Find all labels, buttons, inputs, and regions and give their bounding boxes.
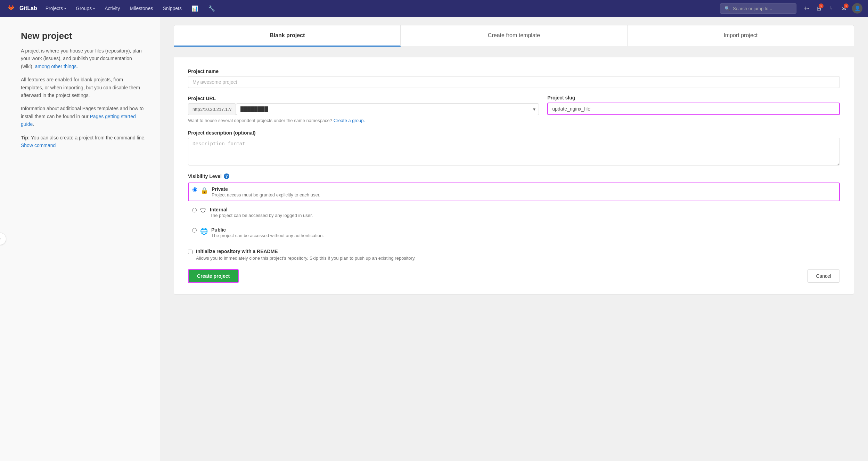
create-project-button[interactable]: Create project <box>188 269 239 283</box>
search-bar[interactable]: 🔍 Search or jump to... <box>720 3 796 14</box>
among-other-things-link[interactable]: among other things <box>35 64 76 69</box>
tab-blank-project[interactable]: Blank project <box>174 25 401 47</box>
visibility-public-radio[interactable] <box>192 228 197 233</box>
project-slug-input[interactable] <box>547 103 840 115</box>
nav-wrench-icon[interactable]: 🔧 <box>204 3 219 14</box>
main-layout: ‹ New project A project is where you hou… <box>0 17 868 461</box>
internal-description: The project can be accessed by any logge… <box>210 213 313 218</box>
globe-icon: 🌐 <box>200 227 208 235</box>
private-description: Project access must be granted explicitl… <box>212 192 320 197</box>
visibility-internal-option[interactable]: 🛡 Internal The project can be accessed b… <box>188 203 840 221</box>
public-label: Public <box>211 227 324 233</box>
init-repo-row: Initialize repository with a README Allo… <box>188 249 840 261</box>
cancel-button[interactable]: Cancel <box>807 269 840 283</box>
init-repo-checkbox[interactable] <box>188 250 193 254</box>
namespace-select[interactable]: ████████ <box>236 103 539 115</box>
nav-groups[interactable]: Groups ▾ <box>72 3 99 13</box>
description-label: Project description (optional) <box>188 130 840 136</box>
nav-milestones[interactable]: Milestones <box>126 3 157 13</box>
visibility-public-option[interactable]: 🌐 Public The project can be accessed wit… <box>188 224 840 242</box>
gitlab-wordmark: GitLab <box>19 5 37 11</box>
nav-chart-icon[interactable]: 📊 <box>187 3 203 14</box>
tabs-container: Blank project Create from template Impor… <box>174 25 854 46</box>
description-group: Project description (optional) <box>188 130 840 167</box>
chevron-down-icon: ▾ <box>64 7 66 10</box>
url-base: http://10.20.217.17/ <box>188 103 236 115</box>
visibility-section: Visibility Level ? 🔒 Private Project acc… <box>188 173 840 242</box>
project-name-group: Project name <box>188 68 840 88</box>
init-repo-label: Initialize repository with a README <box>196 249 278 254</box>
chevron-left-icon: ‹ <box>0 236 1 242</box>
search-icon: 🔍 <box>724 6 730 11</box>
nav-snippets[interactable]: Snippets <box>158 3 186 13</box>
tab-create-template[interactable]: Create from template <box>401 25 627 47</box>
project-name-label: Project name <box>188 68 840 74</box>
public-description: The project can be accessed without any … <box>211 233 324 238</box>
url-namespace[interactable]: ████████ ▾ <box>236 103 539 115</box>
todos-button[interactable]: ✉ 1 <box>838 3 849 14</box>
create-group-link[interactable]: Create a group. <box>334 118 365 123</box>
sidebar-tip: Tip: You can also create a project from … <box>21 134 146 149</box>
url-group: http://10.20.217.17/ ████████ ▾ <box>188 103 539 115</box>
navbar: GitLab Projects ▾ Groups ▾ Activity Mile… <box>0 0 868 17</box>
nav-activity[interactable]: Activity <box>100 3 124 13</box>
sidebar-description-1: A project is where you house your files … <box>21 47 146 70</box>
project-url-label: Project URL <box>188 96 539 101</box>
plus-icon: + <box>803 5 807 12</box>
sidebar: ‹ New project A project is where you hou… <box>0 17 160 461</box>
content-area: Blank project Create from template Impor… <box>160 17 868 461</box>
project-slug-label: Project slug <box>547 95 840 100</box>
user-avatar[interactable]: 👤 <box>852 3 862 14</box>
project-url-group: Project URL http://10.20.217.17/ ███████… <box>188 96 539 115</box>
project-name-input[interactable] <box>188 76 840 88</box>
gitlab-logo[interactable]: GitLab <box>6 3 37 14</box>
internal-label: Internal <box>210 207 313 212</box>
description-input[interactable] <box>188 138 840 165</box>
new-project-form: Project name Project URL http://10.20.21… <box>174 57 854 294</box>
nav-projects[interactable]: Projects ▾ <box>41 3 71 13</box>
new-item-button[interactable]: + ▾ <box>801 3 812 14</box>
project-slug-group: Project slug <box>547 95 840 115</box>
chevron-down-icon: ▾ <box>93 7 95 10</box>
tab-import-project[interactable]: Import project <box>628 25 854 47</box>
show-command-link[interactable]: Show command <box>21 143 56 148</box>
visibility-internal-radio[interactable] <box>192 208 197 212</box>
visibility-private-radio[interactable] <box>193 187 197 192</box>
sidebar-toggle[interactable]: ‹ <box>0 233 6 245</box>
sidebar-description-3: Information about additional Pages templ… <box>21 105 146 128</box>
visibility-help-icon[interactable]: ? <box>224 173 229 179</box>
visibility-label: Visibility Level <box>188 173 222 179</box>
namespace-help: Want to house several dependent projects… <box>188 118 840 123</box>
shield-icon: 🛡 <box>200 207 206 215</box>
chevron-down-icon: ▾ <box>807 7 809 10</box>
sidebar-description-2: All features are enabled for blank proje… <box>21 76 146 99</box>
form-actions: Create project Cancel <box>188 269 840 283</box>
merge-requests-button[interactable]: ⑂ <box>826 3 837 14</box>
page-title: New project <box>21 31 146 41</box>
issues-button[interactable]: ⊟ 1 <box>813 3 824 14</box>
visibility-private-option[interactable]: 🔒 Private Project access must be granted… <box>188 183 840 201</box>
private-label: Private <box>212 186 320 192</box>
init-repo-description: Allows you to immediately clone this pro… <box>196 256 416 261</box>
lock-icon: 🔒 <box>200 187 208 194</box>
